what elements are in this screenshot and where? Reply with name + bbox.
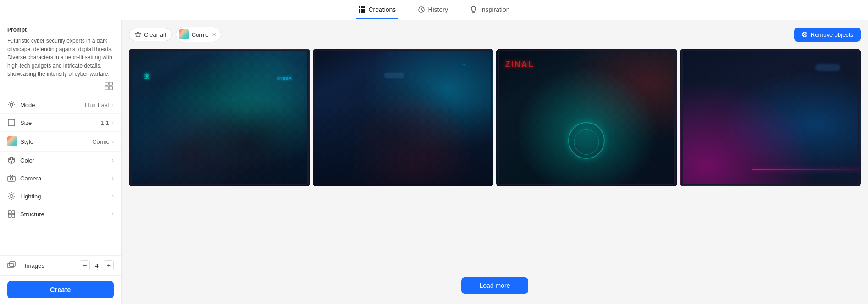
clear-all-button[interactable]: Clear all: [129, 28, 172, 41]
svg-rect-2: [363, 6, 365, 8]
images-controls: − 4 +: [80, 260, 114, 270]
color-icon: [7, 156, 16, 164]
images-row: Images − 4 +: [0, 255, 121, 275]
load-more-wrap: Load more: [129, 270, 861, 298]
svg-rect-26: [8, 214, 11, 217]
svg-rect-5: [363, 9, 365, 11]
mode-icon: [7, 101, 16, 109]
svg-rect-29: [10, 262, 15, 266]
chip-close-icon[interactable]: ×: [212, 31, 216, 38]
setting-structure[interactable]: Structure ›: [0, 205, 121, 223]
svg-rect-4: [361, 9, 363, 11]
svg-rect-28: [8, 263, 13, 268]
prompt-icon-row: [7, 78, 114, 91]
structure-icon: [7, 210, 16, 218]
tab-creations[interactable]: Creations: [356, 1, 398, 19]
svg-point-15: [10, 103, 13, 106]
tab-history[interactable]: History: [416, 1, 450, 19]
svg-rect-21: [8, 176, 15, 181]
svg-rect-3: [359, 9, 360, 11]
images-minus-btn[interactable]: −: [80, 260, 90, 270]
setting-mode[interactable]: Mode Flux Fast ›: [0, 96, 121, 114]
mode-arrow: ›: [112, 101, 114, 108]
right-panel: Clear all Comic × Remove objects: [122, 20, 868, 304]
svg-rect-6: [359, 11, 360, 13]
setting-style[interactable]: Style Comic ›: [0, 132, 121, 152]
svg-rect-13: [105, 86, 108, 90]
tab-inspiration[interactable]: Inspiration: [468, 1, 512, 19]
size-icon: [7, 118, 16, 127]
left-panel: Prompt Futuristic cyber security experts…: [0, 20, 122, 304]
main-layout: Prompt Futuristic cyber security experts…: [0, 20, 868, 304]
images-count: 4: [94, 262, 100, 269]
style-comic-chip[interactable]: Comic ×: [176, 27, 221, 42]
structure-arrow: ›: [112, 211, 114, 217]
svg-point-23: [10, 195, 13, 198]
svg-rect-0: [359, 6, 360, 8]
setting-size[interactable]: Size 1:1 ›: [0, 114, 121, 132]
svg-rect-24: [8, 211, 11, 214]
gallery-image-4[interactable]: [680, 49, 861, 186]
remove-icon: [802, 31, 808, 38]
svg-rect-16: [8, 119, 15, 126]
svg-point-22: [10, 178, 13, 180]
svg-rect-8: [363, 11, 365, 13]
load-more-button[interactable]: Load more: [461, 277, 529, 294]
camera-arrow: ›: [112, 175, 114, 181]
expand-icon[interactable]: [104, 81, 114, 91]
gallery-image-1[interactable]: 文字 CYBER: [129, 49, 310, 186]
svg-rect-1: [361, 6, 363, 8]
svg-rect-27: [12, 214, 15, 217]
style-preview-icon: [7, 136, 17, 146]
svg-rect-14: [109, 86, 112, 90]
gallery-image-3[interactable]: ZINAL: [496, 49, 677, 186]
clear-icon: [135, 31, 141, 38]
svg-rect-12: [109, 82, 112, 85]
images-icon: [7, 261, 16, 270]
size-arrow: ›: [112, 119, 114, 126]
svg-point-19: [12, 159, 14, 160]
svg-point-20: [11, 161, 12, 163]
create-btn-wrap: Create: [0, 275, 121, 304]
lighting-arrow: ›: [112, 193, 114, 199]
app-container: Creations History Inspiration Prompt Fut…: [0, 0, 868, 304]
settings-list: Mode Flux Fast › Size 1:1 › Style: [0, 96, 121, 255]
setting-lighting[interactable]: Lighting ›: [0, 187, 121, 205]
svg-rect-7: [361, 11, 363, 13]
lighting-icon: [7, 192, 16, 200]
camera-icon: [7, 174, 16, 182]
color-arrow: ›: [112, 157, 114, 163]
chip-preview-icon: [179, 29, 189, 39]
remove-objects-button[interactable]: Remove objects: [794, 28, 861, 42]
images-plus-btn[interactable]: +: [104, 260, 114, 270]
style-arrow: ›: [112, 138, 114, 145]
top-nav: Creations History Inspiration: [0, 0, 868, 20]
setting-camera[interactable]: Camera ›: [0, 169, 121, 187]
image-grid: 文字 CYBER ↑↑: [129, 49, 861, 270]
setting-color[interactable]: Color ›: [0, 152, 121, 169]
prompt-text: Futuristic cyber security experts in a d…: [7, 37, 114, 78]
prompt-section: Prompt Futuristic cyber security experts…: [0, 20, 121, 96]
create-button[interactable]: Create: [7, 281, 114, 298]
svg-point-18: [10, 159, 11, 160]
svg-rect-25: [12, 211, 15, 214]
gallery-image-2[interactable]: ↑↑: [313, 49, 494, 186]
prompt-label: Prompt: [7, 27, 114, 33]
svg-rect-11: [105, 82, 108, 85]
filter-bar: Clear all Comic × Remove objects: [129, 27, 861, 42]
